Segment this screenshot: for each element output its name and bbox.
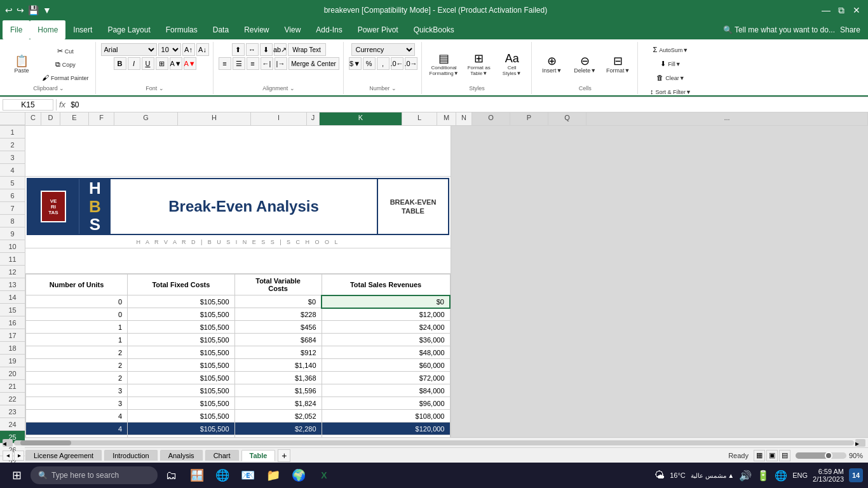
row-10[interactable]: 10 <box>0 240 25 253</box>
currency-symbol-button[interactable]: $▼ <box>349 57 362 70</box>
menu-power-pivot[interactable]: Power Pivot <box>350 20 406 39</box>
chrome-pinned[interactable]: 🌍 <box>287 464 310 487</box>
table-cell[interactable]: 2 <box>26 359 128 372</box>
row-15[interactable]: 15 <box>0 304 25 316</box>
add-sheet-button[interactable]: + <box>278 449 290 462</box>
table-row[interactable]: 2$105,500$912$48,000 <box>26 346 451 359</box>
notification-badge[interactable]: 14 <box>849 468 863 482</box>
increase-font-button[interactable]: A↑ <box>182 43 195 56</box>
font-color-button[interactable]: A▼ <box>184 57 196 70</box>
table-cell[interactable]: 2 <box>26 372 128 384</box>
alignment-expand-icon[interactable]: ⌄ <box>290 85 295 92</box>
table-cell[interactable]: $1,140 <box>234 359 322 372</box>
autosum-button[interactable]: Σ AutoSum▼ <box>651 43 691 56</box>
table-row[interactable]: 3$105,500$1,596$84,000 <box>26 384 451 397</box>
align-top-button[interactable]: ⬆ <box>232 43 245 56</box>
row-1[interactable]: 1 <box>0 126 25 139</box>
table-cell[interactable]: $105,500 <box>128 295 234 308</box>
col-o[interactable]: O <box>472 112 510 125</box>
tab-introduction[interactable]: Introduction <box>104 450 157 461</box>
share-button[interactable]: Share <box>840 25 860 34</box>
clear-button[interactable]: 🗑 Clear▼ <box>654 71 687 84</box>
normal-view-button[interactable]: ▦ <box>754 450 765 461</box>
row-23[interactable]: 23 <box>0 405 25 418</box>
minimize-icon[interactable]: — <box>820 4 832 17</box>
battery-icon[interactable]: 🔋 <box>757 470 770 482</box>
table-row[interactable]: 4$105,500$2,052$108,000 <box>26 410 451 423</box>
menu-file[interactable]: File <box>3 20 30 39</box>
table-cell[interactable]: 3 <box>26 397 128 410</box>
table-cell[interactable]: 1 <box>26 321 128 334</box>
table-cell[interactable]: $72,000 <box>322 372 450 384</box>
table-cell[interactable]: 2 <box>26 346 128 359</box>
col-f[interactable]: F <box>89 112 114 125</box>
row-16[interactable]: 16 <box>0 316 25 329</box>
conditional-formatting-button[interactable]: ▤ ConditionalFormatting▼ <box>427 44 461 84</box>
table-row[interactable]: 1$105,500$684$36,000 <box>26 334 451 346</box>
table-cell[interactable]: 0 <box>26 308 128 321</box>
explorer-pinned[interactable]: 📁 <box>262 464 285 487</box>
zoom-slider-track[interactable] <box>796 452 846 459</box>
align-right-button[interactable]: ≡ <box>247 57 259 70</box>
row-14[interactable]: 14 <box>0 291 25 304</box>
bold-button[interactable]: B <box>114 57 126 70</box>
tab-chart[interactable]: Chart <box>205 450 239 461</box>
table-cell[interactable]: $1,596 <box>234 384 322 397</box>
sheet-nav-left[interactable]: ◂ <box>3 451 13 461</box>
row-13[interactable]: 13 <box>0 278 25 291</box>
merge-center-button[interactable]: Merge & Center <box>288 57 339 70</box>
table-cell[interactable]: $12,000 <box>322 308 450 321</box>
table-cell[interactable]: $105,500 <box>128 359 234 372</box>
col-e[interactable]: E <box>60 112 89 125</box>
undo-icon[interactable]: ↩ <box>5 5 13 15</box>
menu-formulas[interactable]: Formulas <box>158 20 205 39</box>
table-cell[interactable]: $912 <box>234 346 322 359</box>
mail-pinned[interactable]: 📧 <box>236 464 259 487</box>
table-cell[interactable]: $456 <box>234 321 322 334</box>
table-cell[interactable]: $105,500 <box>128 384 234 397</box>
italic-button[interactable]: I <box>128 57 140 70</box>
tab-license-agreement[interactable]: License Agreement <box>25 450 102 461</box>
h-scroll-thumb[interactable] <box>20 440 71 445</box>
page-layout-view-button[interactable]: ▣ <box>766 450 778 461</box>
comma-button[interactable]: , <box>377 57 390 70</box>
col-q[interactable]: Q <box>548 112 587 125</box>
tab-table[interactable]: Table <box>241 450 276 461</box>
zoom-slider-thumb[interactable] <box>825 452 832 459</box>
table-cell[interactable]: $2,052 <box>234 410 322 423</box>
table-cell[interactable]: $96,000 <box>322 397 450 410</box>
menu-view[interactable]: View <box>277 20 309 39</box>
font-expand-icon[interactable]: ⌄ <box>159 85 164 92</box>
cut-button[interactable]: ✂ Cut <box>39 44 92 57</box>
format-button[interactable]: ⊟ Format▼ <box>603 44 634 84</box>
table-cell[interactable]: 3 <box>26 384 128 397</box>
row-18[interactable]: 18 <box>0 342 25 355</box>
table-cell[interactable]: $120,000 <box>322 423 450 435</box>
table-cell[interactable]: $48,000 <box>322 346 450 359</box>
menu-review[interactable]: Review <box>236 20 276 39</box>
speaker-icon[interactable]: 🔊 <box>739 470 752 482</box>
table-cell[interactable]: $105,500 <box>128 423 234 435</box>
row-11[interactable]: 11 <box>0 253 25 266</box>
align-left-button[interactable]: ≡ <box>219 57 231 70</box>
table-row[interactable]: 0$105,500$0$0 <box>26 295 451 308</box>
font-name-select[interactable]: Arial <box>101 43 157 56</box>
format-as-table-button[interactable]: ⊞ Format asTable▼ <box>464 44 494 84</box>
col-c[interactable]: C <box>25 112 41 125</box>
h-scroll-left[interactable]: ◂ <box>3 439 13 447</box>
menu-addins[interactable]: Add-Ins <box>308 20 349 39</box>
table-cell[interactable]: $84,000 <box>322 384 450 397</box>
table-cell[interactable]: 0 <box>26 295 128 308</box>
fill-color-button[interactable]: A▼ <box>170 57 182 70</box>
table-cell[interactable]: 1 <box>26 334 128 346</box>
col-n[interactable]: N <box>456 112 472 125</box>
col-h[interactable]: H <box>178 112 251 125</box>
menu-home[interactable]: Home <box>30 20 65 39</box>
cell-styles-button[interactable]: Aa CellStyles▼ <box>497 44 527 84</box>
store-pinned[interactable]: 🪟 <box>186 464 208 487</box>
taskbar-search[interactable]: 🔍 Type here to search <box>31 466 158 484</box>
row-24[interactable]: 24 <box>0 418 25 431</box>
row-9[interactable]: 9 <box>0 227 25 240</box>
align-bottom-button[interactable]: ⬇ <box>260 43 273 56</box>
row-4[interactable]: 4 <box>0 164 25 177</box>
